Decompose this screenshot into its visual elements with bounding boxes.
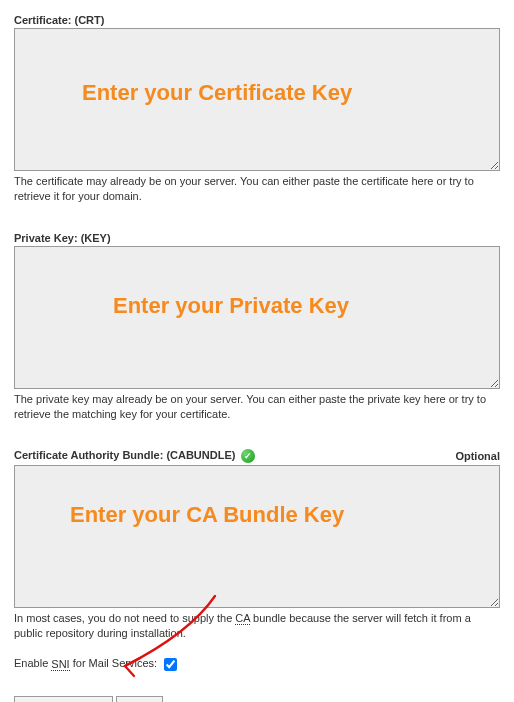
button-row: Install Certificate Reset — [14, 696, 500, 702]
cabundle-help: In most cases, you do not need to supply… — [14, 611, 500, 641]
reset-button[interactable]: Reset — [116, 696, 163, 702]
certificate-label: Certificate: (CRT) — [14, 14, 500, 26]
cabundle-label: Certificate Authority Bundle: (CABUNDLE) — [14, 449, 235, 461]
sni-row: Enable SNI for Mail Services: — [14, 655, 500, 674]
private-key-label: Private Key: (KEY) — [14, 232, 500, 244]
certificate-input[interactable] — [14, 28, 500, 171]
private-key-help: The private key may already be on your s… — [14, 392, 500, 422]
cabundle-label-row: Certificate Authority Bundle: (CABUNDLE)… — [14, 449, 255, 463]
check-ok-icon: ✓ — [241, 449, 255, 463]
cabundle-input[interactable] — [14, 465, 500, 608]
install-certificate-button[interactable]: Install Certificate — [14, 696, 113, 702]
private-key-input[interactable] — [14, 246, 500, 389]
enable-sni-checkbox[interactable] — [164, 658, 177, 671]
optional-label: Optional — [455, 450, 500, 462]
certificate-help: The certificate may already be on your s… — [14, 174, 500, 204]
